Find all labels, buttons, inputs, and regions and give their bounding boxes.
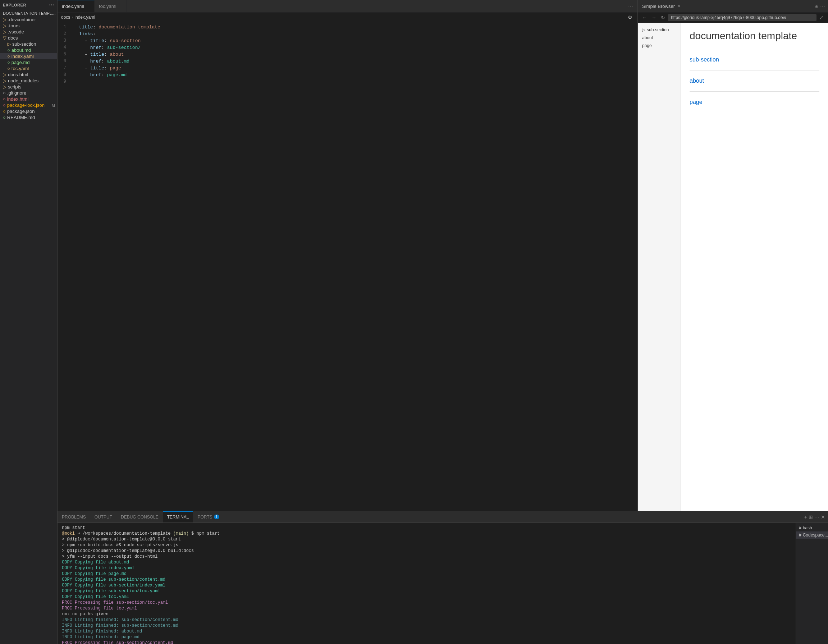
new-file-icon[interactable]: ⋯ [49, 2, 54, 8]
browser-refresh-button[interactable]: ↻ [659, 14, 666, 21]
terminal-tab-label: PROBLEMS [62, 515, 86, 520]
tree-item-package-lock[interactable]: ○ package-lock.json M [0, 102, 57, 108]
terminal-tab-ports[interactable]: PORTS 1 [193, 511, 224, 523]
terminal-line: rm: no paths given [62, 611, 791, 617]
browser-sidebar-item-subsection[interactable]: ▷ sub-section [638, 26, 681, 34]
browser-section-page: page [690, 91, 819, 113]
terminal-line: COPY Copying file sub-section/toc.yaml [62, 588, 791, 594]
tree-item-index-html[interactable]: ○ index.html [0, 96, 57, 102]
folder-open-icon: ▽ [3, 35, 6, 41]
browser-main-content: documentation template sub-section about… [681, 23, 828, 511]
split-editor-icon[interactable]: ⊞ [814, 3, 819, 9]
browser-link-about[interactable]: about [690, 75, 819, 87]
tree-item-docs-html[interactable]: ▷ docs-html [0, 72, 57, 78]
browser-sidebar-item-page[interactable]: page [638, 42, 681, 50]
tree-item-index-yaml[interactable]: ○ index.yaml [0, 53, 57, 59]
terminal-close-button[interactable]: ✕ [821, 514, 825, 520]
codespace-label: Codespace... [803, 532, 828, 537]
code-line-6: href: about.md [73, 58, 633, 65]
terminal-line: INFO Linting finished: page.md [62, 634, 791, 640]
file-lock-icon: ○ [3, 102, 6, 108]
tree-item-toc-yaml[interactable]: ○ toc.yaml [0, 66, 57, 72]
browser-tab-simple[interactable]: Simple Browser ✕ [638, 0, 685, 12]
tree-label: .vscode [8, 29, 24, 35]
code-content[interactable]: title: documentation template links: - t… [69, 22, 637, 511]
editor-tabs-bar: index.yaml ✕ toc.yaml ✕ ⋯ [58, 0, 637, 13]
tab-index-yaml[interactable]: index.yaml ✕ [58, 0, 94, 12]
file-yaml-icon: ○ [7, 66, 10, 71]
terminal-split-button[interactable]: ⊞ [809, 514, 813, 520]
breadcrumb-file[interactable]: index.yaml [74, 15, 95, 20]
folder-icon: ▷ [3, 84, 6, 90]
tree-item-vscode[interactable]: ▷ .vscode [0, 29, 57, 35]
browser-tabs-bar: Simple Browser ✕ ⊞ ⋯ [638, 0, 828, 13]
terminal-codespace-item[interactable]: # Codespace... [796, 531, 828, 539]
tree-item-gitignore[interactable]: ○ .gitignore [0, 90, 57, 96]
browser-open-external-icon[interactable]: ⤢ [818, 14, 825, 21]
terminal-add-button[interactable]: + [804, 514, 807, 520]
terminal-tab-output[interactable]: OUTPUT [90, 511, 116, 523]
tree-item-scripts[interactable]: ▷ scripts [0, 84, 57, 90]
tree-label: .devcontainer [8, 17, 36, 22]
terminal-tab-debug[interactable]: DEBUG CONSOLE [116, 511, 163, 523]
tab-label: index.yaml [62, 3, 84, 9]
terminal-right-panel: # bash # Codespace... [796, 523, 828, 644]
editor-panel: index.yaml ✕ toc.yaml ✕ ⋯ docs › index.y… [58, 0, 637, 511]
tree-item-node-modules[interactable]: ▷ node_modules [0, 78, 57, 84]
browser-more-icon[interactable]: ⋯ [820, 3, 825, 9]
tree-item-sub-section[interactable]: ▷ sub-section [0, 41, 57, 47]
tree-item-page-md[interactable]: ○ page.md [0, 59, 57, 66]
browser-tab-close-icon[interactable]: ✕ [677, 3, 681, 9]
terminal-line: COPY Copying file index.yaml [62, 565, 791, 571]
tree-item-readme[interactable]: ○ README.md [0, 114, 57, 121]
code-line-4: href: sub-section/ [73, 44, 633, 51]
terminal-line: INFO Linting finished: sub-section/conte… [62, 623, 791, 628]
terminal-line: PROC Processing file sub-section/content… [62, 640, 791, 644]
tree-item-tours[interactable]: ▷ .tours [0, 23, 57, 29]
tree-item-devcontainer[interactable]: ▷ .devcontainer [0, 17, 57, 23]
browser-url-input[interactable] [668, 14, 817, 21]
browser-back-button[interactable]: ← [641, 14, 649, 21]
terminal-bash-item[interactable]: # bash [796, 524, 828, 531]
terminal-action-buttons: + ⊞ ⋯ ✕ [801, 514, 828, 520]
folder-icon: ▷ [3, 72, 6, 77]
tree-label: README.md [7, 115, 35, 120]
tree-item-package-json[interactable]: ○ package.json [0, 108, 57, 114]
folder-icon: ▷ [3, 23, 6, 28]
folder-icon: ▷ [3, 78, 6, 83]
terminal-tab-problems[interactable]: PROBLEMS [58, 511, 90, 523]
editor-breadcrumb: docs › index.yaml ⚙ [58, 13, 637, 22]
browser-forward-button[interactable]: → [650, 14, 658, 21]
tree-label: about.md [11, 47, 31, 53]
terminal-tab-label: DEBUG CONSOLE [121, 515, 158, 520]
filter-icon[interactable]: ⚙ [626, 14, 634, 21]
terminal-more-button[interactable]: ⋯ [814, 514, 819, 520]
terminal-tab-terminal[interactable]: TERMINAL [163, 511, 193, 523]
breadcrumb-docs[interactable]: docs [61, 15, 70, 20]
browser-link-page[interactable]: page [690, 96, 819, 108]
code-line-2: links: [73, 31, 633, 38]
terminal-line: > @diplodoc/documentation-template@0.0.0… [62, 548, 791, 554]
tree-label: toc.yaml [11, 66, 29, 71]
file-md-icon: ○ [7, 47, 10, 53]
terminal-panel: PROBLEMS OUTPUT DEBUG CONSOLE TERMINAL P… [58, 511, 828, 644]
tree-label: docs-html [8, 72, 28, 77]
terminal-line: > npm run build:docs && node scripts/ser… [62, 542, 791, 548]
editor-menu-icon[interactable]: ⋯ [627, 3, 635, 10]
terminal-output[interactable]: npm start @moki ➜ /workspaces/documentat… [58, 523, 796, 644]
explorer-project-root[interactable]: DOCUMENTATION-TEMPLATE [CODESPACES: G... [0, 10, 57, 17]
folder-icon: ▷ [3, 29, 6, 35]
browser-link-subsection[interactable]: sub-section [690, 53, 819, 66]
code-line-8: href: page.md [73, 72, 633, 79]
tree-item-docs[interactable]: ▽ docs [0, 35, 57, 41]
browser-panel: Simple Browser ✕ ⊞ ⋯ ← → ↻ ⤢ [637, 0, 828, 511]
tree-label: index.yaml [11, 53, 34, 59]
bash-label: bash [803, 525, 812, 530]
terminal-line: @moki ➜ /workspaces/documentation-templa… [62, 531, 791, 537]
terminal-line: COPY Copying file page.md [62, 571, 791, 577]
tab-toc-yaml[interactable]: toc.yaml ✕ [94, 0, 127, 12]
tree-label: page.md [11, 60, 30, 65]
browser-content-area: ▷ sub-section about page documentation t… [638, 23, 828, 511]
browser-sidebar-item-about[interactable]: about [638, 34, 681, 42]
tree-item-about-md[interactable]: ○ about.md [0, 47, 57, 53]
